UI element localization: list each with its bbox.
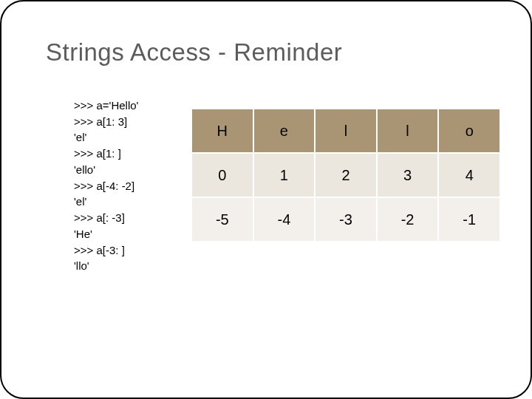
code-line: 'He': [74, 228, 92, 240]
index-cell: -3: [315, 197, 377, 242]
index-cell: 4: [438, 153, 500, 197]
char-cell: l: [377, 109, 439, 153]
slide-frame: Strings Access - Reminder >>> a='Hello' …: [0, 0, 532, 399]
table-row-characters: H e l l o: [191, 109, 500, 153]
slide-title: Strings Access - Reminder: [46, 38, 501, 66]
char-cell: l: [315, 109, 377, 153]
code-line: >>> a='Hello': [74, 99, 138, 112]
code-block: >>> a='Hello' >>> a[1: 3] 'el' >>> a[1: …: [74, 81, 170, 274]
index-cell: 1: [253, 153, 316, 197]
char-cell: o: [438, 109, 500, 153]
code-line: 'ello': [74, 163, 95, 176]
code-line: 'el': [74, 195, 86, 208]
code-line: >>> a[-3: ]: [74, 244, 125, 256]
index-cell: -5: [191, 197, 253, 242]
char-cell: H: [191, 109, 253, 153]
code-line: 'el': [74, 131, 86, 143]
index-cell: -4: [253, 197, 316, 242]
index-cell: 0: [191, 153, 253, 197]
content-area: >>> a='Hello' >>> a[1: 3] 'el' >>> a[1: …: [74, 81, 501, 274]
index-cell: -2: [377, 197, 439, 242]
index-cell: 3: [377, 153, 439, 197]
code-line: >>> a[1: 3]: [74, 115, 127, 128]
char-cell: e: [253, 109, 316, 153]
code-line: >>> a[-4: -2]: [74, 180, 134, 192]
code-line: >>> a[1: ]: [74, 147, 121, 160]
index-table-wrap: H e l l o 0 1 2 3 4 -5 -4 -3 -2: [191, 108, 501, 242]
table-row-negative-index: -5 -4 -3 -2 -1: [191, 197, 500, 242]
code-line: >>> a[: -3]: [74, 211, 125, 224]
index-cell: 2: [315, 153, 377, 197]
index-table: H e l l o 0 1 2 3 4 -5 -4 -3 -2: [191, 108, 501, 242]
code-line: 'llo': [74, 259, 89, 272]
index-cell: -1: [438, 197, 500, 242]
table-row-positive-index: 0 1 2 3 4: [191, 153, 500, 197]
